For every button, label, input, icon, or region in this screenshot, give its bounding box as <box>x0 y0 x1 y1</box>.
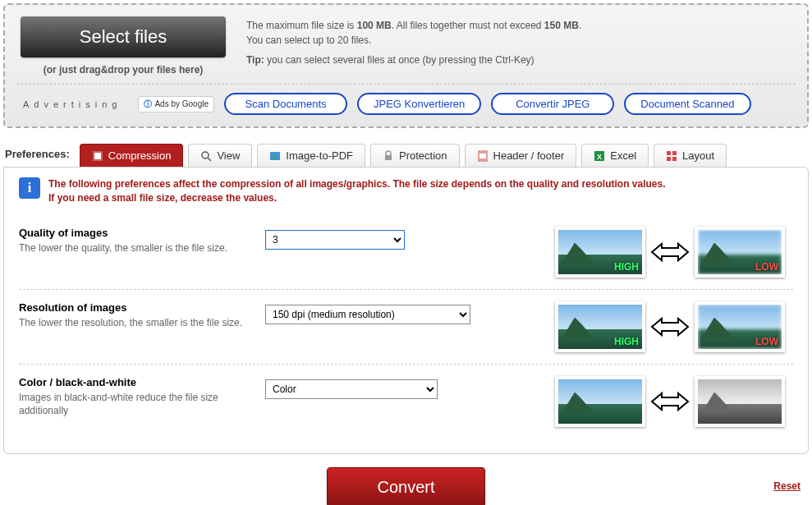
tab-protection[interactable]: Protection <box>370 144 460 167</box>
resolution-desc: The lower the resolution, the smaller is… <box>19 316 249 330</box>
resolution-select[interactable]: 150 dpi (medium resolution) <box>265 305 470 324</box>
tab-header-footer-label: Header / footer <box>493 149 565 162</box>
ads-by-google-badge[interactable]: ⓘAds by Google <box>138 96 214 112</box>
info-icon: i <box>19 177 40 199</box>
tab-compression[interactable]: Compression <box>80 144 184 167</box>
ad-link-document-scanned[interactable]: Document Scanned <box>624 93 750 115</box>
upload-area: Select files (or just drag&drop your fil… <box>3 3 809 128</box>
tab-excel[interactable]: XExcel <box>581 144 649 167</box>
preferences-label: Preferences: <box>3 143 75 167</box>
tab-protection-label: Protection <box>399 149 447 162</box>
convert-button[interactable]: Convert <box>327 467 484 505</box>
excel-icon: X <box>594 150 605 162</box>
select-files-button[interactable]: Select files <box>21 16 226 57</box>
svg-rect-1 <box>94 153 101 159</box>
quality-visual: HIGH LOW <box>495 227 793 278</box>
note-line2: If you need a small file size, decrease … <box>48 192 277 204</box>
ad-link-scan-documents[interactable]: Scan Documents <box>224 93 347 115</box>
max-size-value: 100 MB <box>357 20 392 31</box>
color-visual <box>495 376 793 427</box>
page-icon <box>477 150 489 162</box>
ad-link-jpeg-konvertieren[interactable]: JPEG Konvertieren <box>357 93 481 115</box>
tip-label: Tip: <box>246 54 264 66</box>
swap-arrow-icon <box>650 314 690 339</box>
advertising-label: Advertising <box>16 99 128 109</box>
tab-excel-label: Excel <box>610 149 636 162</box>
reset-link[interactable]: Reset <box>773 480 801 492</box>
max-total-value: 150 MB <box>544 20 579 31</box>
lock-icon <box>383 150 394 162</box>
tab-view[interactable]: View <box>188 144 252 167</box>
svg-rect-14 <box>667 157 671 161</box>
svg-line-3 <box>208 158 211 161</box>
ad-row: Advertising ⓘAds by Google Scan Document… <box>16 84 796 115</box>
image-icon <box>269 150 281 162</box>
ad-link-convertir-jpeg[interactable]: Convertir JPEG <box>491 93 614 115</box>
label-high: HIGH <box>614 261 639 273</box>
drag-drop-hint: (or just drag&drop your files here) <box>16 64 230 76</box>
label-high: HIGH <box>614 336 639 347</box>
grid-icon <box>666 150 677 162</box>
note-line1: The following preferences affect the com… <box>48 178 666 190</box>
tab-layout-label: Layout <box>682 149 714 162</box>
color-select[interactable]: Color <box>265 379 438 399</box>
color-title: Color / black-and-white <box>19 376 249 388</box>
tab-image-to-pdf[interactable]: Image-to-PDF <box>257 144 365 167</box>
max-size-prefix: The maximum file size is <box>246 20 357 31</box>
svg-rect-6 <box>385 155 392 160</box>
quality-select[interactable]: 3 <box>265 230 405 250</box>
svg-rect-15 <box>672 157 677 161</box>
tab-view-label: View <box>217 149 240 162</box>
resolution-title: Resolution of images <box>19 301 249 314</box>
magnifier-icon <box>200 150 212 162</box>
svg-text:X: X <box>597 153 602 161</box>
thumb-high-res: HIGH <box>555 301 645 352</box>
thumb-bw <box>695 376 785 427</box>
label-low: LOW <box>755 336 778 347</box>
compression-note: The following preferences affect the com… <box>48 177 666 205</box>
quality-desc: The lower the quality, the smaller is th… <box>19 241 249 255</box>
thumb-high-quality: HIGH <box>555 227 645 278</box>
resolution-visual: HIGH LOW <box>495 301 793 352</box>
svg-rect-13 <box>672 151 677 155</box>
thumb-color <box>555 376 645 427</box>
tab-compression-label: Compression <box>108 149 172 162</box>
max-total-mid: . All files together must not exceed <box>392 20 544 31</box>
upload-info: The maximum file size is 100 MB. All fil… <box>246 13 796 76</box>
tab-layout[interactable]: Layout <box>654 144 727 167</box>
swap-arrow-icon <box>650 240 690 264</box>
compression-panel: i The following preferences affect the c… <box>3 167 809 454</box>
tab-header-footer[interactable]: Header / footer <box>465 144 577 167</box>
max-size-suffix: . <box>579 20 581 31</box>
max-files-text: You can select up to 20 files. <box>246 34 371 46</box>
tip-text: you can select several files at once (by… <box>264 54 534 66</box>
info-icon: ⓘ <box>144 99 152 110</box>
label-low: LOW <box>755 261 778 273</box>
tab-image-to-pdf-label: Image-to-PDF <box>286 149 353 162</box>
color-desc: Images in black-and-white reduce the fil… <box>19 391 249 419</box>
quality-title: Quality of images <box>19 227 249 239</box>
ad-badge-text: Ads by Google <box>154 99 209 108</box>
svg-rect-12 <box>667 151 671 155</box>
thumb-low-quality: LOW <box>695 227 785 278</box>
svg-point-2 <box>202 152 209 158</box>
swap-arrow-icon <box>650 389 690 414</box>
thumb-low-res: LOW <box>695 301 785 352</box>
compression-icon <box>92 150 103 162</box>
